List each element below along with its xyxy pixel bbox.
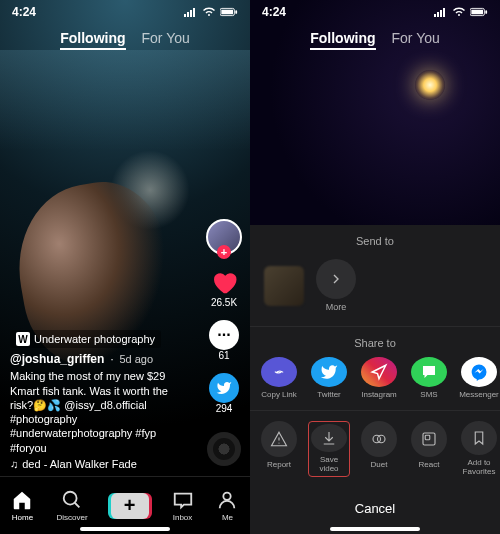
spinning-record-icon[interactable] [207,432,241,466]
wifi-icon [202,7,216,17]
category-tag[interactable]: WUnderwater photography [10,330,161,348]
music-marquee[interactable]: ♫ded - Alan Walker Fade [10,458,190,470]
share-sheet: Send to More Share to Copy Link Twitter … [250,225,500,534]
bookmark-icon [461,421,497,455]
username[interactable]: @joshua_griffen [10,352,104,366]
status-icons [184,7,238,17]
wifi-icon [452,7,466,17]
comment-icon [209,320,239,350]
status-time: 4:24 [12,5,36,19]
bottom-nav: Home Discover + Inbox Me [0,476,250,534]
nav-me[interactable]: Me [216,489,238,522]
nav-inbox[interactable]: Inbox [172,489,194,522]
svg-rect-6 [471,10,483,15]
share-count: 294 [216,403,233,414]
comment-count: 61 [218,350,229,361]
profile-avatar-button[interactable] [206,219,242,255]
share-icon [209,373,239,403]
status-icons [434,7,488,17]
share-to-title: Share to [250,327,500,357]
svg-rect-1 [221,10,233,15]
battery-icon [470,7,488,17]
action-report[interactable]: Report [258,421,300,477]
top-nav: Following For You [250,30,500,50]
status-bar: 4:24 [0,0,250,24]
send-to-row: More [250,255,500,327]
plus-icon: + [111,493,149,519]
action-react[interactable]: React [408,421,450,477]
avatar-icon [206,219,242,255]
inbox-icon [172,489,194,511]
share-apps-row: Copy Link Twitter Instagram SMS Messenge… [250,357,500,411]
battery-icon [220,7,238,17]
signal-icon [434,7,448,17]
duet-icon [361,421,397,457]
action-duet[interactable]: Duet [358,421,400,477]
nav-discover[interactable]: Discover [56,489,87,522]
home-indicator[interactable] [330,527,420,531]
more-contacts-button[interactable]: More [316,259,356,312]
svg-point-3 [64,492,77,505]
share-sheet-screen: 4:24 Following For You Send to More Shar… [250,0,500,534]
share-messenger[interactable]: Messenger [458,357,500,400]
caption[interactable]: Making the most of my new $29 Kmart fish… [10,369,190,455]
like-button[interactable]: 26.5K [209,267,239,308]
action-add-favorites[interactable]: Add to Favorites [458,421,500,477]
search-icon [61,489,83,511]
share-button[interactable]: 294 [209,373,239,414]
chevron-right-icon [316,259,356,299]
nav-home[interactable]: Home [11,489,33,522]
react-icon [411,421,447,457]
recent-contact[interactable] [264,266,304,306]
nav-create[interactable]: + [111,493,149,519]
messenger-icon [461,357,497,387]
heart-icon [209,267,239,297]
status-time: 4:24 [262,5,286,19]
share-twitter[interactable]: Twitter [308,357,350,400]
home-indicator[interactable] [80,527,170,531]
share-copy-link[interactable]: Copy Link [258,357,300,400]
action-save-video[interactable]: Save video [308,421,350,477]
wikipedia-icon: W [16,332,30,346]
svg-rect-2 [235,10,237,14]
svg-rect-11 [425,435,430,440]
post-age: 5d ago [119,353,153,365]
tab-following[interactable]: Following [60,30,125,50]
download-icon [311,424,347,452]
tab-for-you[interactable]: For You [142,30,190,50]
svg-point-4 [224,493,231,500]
signal-icon [184,7,198,17]
like-count: 26.5K [211,297,237,308]
share-instagram[interactable]: Instagram [358,357,400,400]
share-sms[interactable]: SMS [408,357,450,400]
top-nav: Following For You [0,30,250,50]
sms-icon [411,357,447,387]
svg-rect-7 [485,10,487,14]
profile-icon [216,489,238,511]
send-to-title: Send to [250,225,500,255]
actions-row: Report Save video Duet React Add to Favo… [250,411,500,487]
feed-screen: 4:24 Following For You 26.5K 61 294 WUnd… [0,0,250,534]
svg-point-9 [378,435,386,443]
twitter-icon [311,357,347,387]
tab-for-you[interactable]: For You [392,30,440,50]
link-icon [261,357,297,387]
home-icon [11,489,33,511]
report-icon [261,421,297,457]
instagram-icon [361,357,397,387]
tab-following[interactable]: Following [310,30,375,50]
right-action-rail: 26.5K 61 294 [206,219,242,466]
music-note-icon: ♫ [10,458,18,470]
video-meta: WUnderwater photography @joshua_griffen … [10,330,190,470]
status-bar: 4:24 [250,0,500,24]
comment-button[interactable]: 61 [209,320,239,361]
